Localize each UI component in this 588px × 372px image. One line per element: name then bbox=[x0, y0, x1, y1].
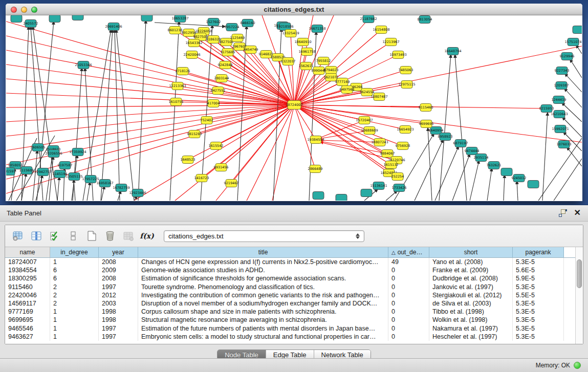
graph-node[interactable] bbox=[528, 181, 539, 188]
graph-node[interactable] bbox=[336, 194, 347, 201]
cell-pagerank[interactable]: 5.9E-5 bbox=[513, 274, 564, 282]
cell-year[interactable]: 2009 bbox=[99, 266, 138, 274]
cell-in_degree[interactable]: 1 bbox=[50, 333, 99, 341]
table-row[interactable]: 946554611997Estimation of the future num… bbox=[5, 324, 575, 333]
cell-name[interactable]: 9463627 bbox=[5, 333, 50, 341]
cell-in_degree[interactable]: 2 bbox=[50, 283, 99, 291]
table-row[interactable]: 969969511998Structural magnetic resonanc… bbox=[5, 316, 575, 324]
cell-year[interactable]: 1997 bbox=[99, 324, 138, 333]
cell-out_de[interactable]: 0 bbox=[388, 266, 429, 274]
cell-out_de[interactable]: 0 bbox=[388, 333, 429, 341]
cell-in_degree[interactable]: 1 bbox=[50, 316, 99, 324]
cell-short[interactable]: Nakamura et al. (1997) bbox=[429, 324, 513, 333]
cell-pagerank[interactable]: 5.3E-5 bbox=[513, 283, 564, 291]
cell-short[interactable]: Jankovic et al. (1997) bbox=[429, 283, 513, 291]
cell-name[interactable]: 9777169 bbox=[5, 308, 50, 316]
cell-title[interactable]: Corpus callosum shape and size in male p… bbox=[138, 308, 388, 316]
graph-node[interactable] bbox=[313, 192, 324, 200]
table-settings-icon[interactable] bbox=[10, 228, 26, 244]
cell-pagerank[interactable]: 5.3E-5 bbox=[513, 316, 564, 324]
network-view[interactable]: 2405572206914061065328715276028466160107… bbox=[6, 15, 582, 201]
cell-short[interactable]: de Silva et al. (2003) bbox=[429, 299, 513, 308]
cell-title[interactable]: Investigating the contribution of common… bbox=[138, 291, 388, 299]
graph-node[interactable] bbox=[72, 15, 83, 20]
cell-pagerank[interactable]: 5.3E-5 bbox=[513, 299, 564, 308]
cell-pagerank[interactable]: 5.6E-5 bbox=[513, 266, 564, 274]
cell-year[interactable]: 1997 bbox=[99, 333, 138, 341]
cell-name[interactable]: 9465546 bbox=[5, 324, 50, 333]
network-graph[interactable]: 2405572206914061065328715276028466160107… bbox=[6, 15, 582, 201]
cell-name[interactable]: 18724007 bbox=[5, 258, 50, 266]
cell-out_de[interactable]: 0 bbox=[388, 283, 429, 291]
column-header-name[interactable]: name bbox=[5, 247, 50, 257]
cell-short[interactable]: Wolkin et al. (1998) bbox=[429, 316, 513, 324]
cell-short[interactable]: Hescheler et al. (1997) bbox=[429, 333, 513, 341]
cell-out_de[interactable]: 0 bbox=[388, 274, 429, 282]
cell-title[interactable]: Disruption of a novel member of a sodium… bbox=[138, 299, 388, 308]
graph-node[interactable] bbox=[573, 26, 582, 34]
cell-title[interactable]: Changes of HCN gene expression and I(f) … bbox=[138, 258, 388, 266]
table-row[interactable]: 977716911998Corpus callosum shape and si… bbox=[5, 308, 575, 316]
column-header-title[interactable]: title bbox=[138, 247, 388, 257]
cell-out_de[interactable]: 49 bbox=[388, 258, 429, 266]
cell-year[interactable]: 1998 bbox=[99, 316, 138, 324]
cell-out_de[interactable]: 0 bbox=[388, 291, 429, 299]
cell-name[interactable]: 9115460 bbox=[5, 283, 50, 291]
rows-icon[interactable] bbox=[66, 228, 81, 244]
new-column-icon[interactable] bbox=[84, 228, 99, 244]
cell-out_de[interactable]: 0 bbox=[388, 324, 429, 333]
table-row[interactable]: 1456911722003Disruption of a novel membe… bbox=[5, 299, 575, 308]
table-row[interactable]: 1938455462009Genome-wide association stu… bbox=[5, 266, 575, 274]
cell-year[interactable]: 1998 bbox=[99, 308, 138, 316]
cell-year[interactable]: 1997 bbox=[99, 283, 138, 291]
cell-title[interactable]: Structural magnetic resonance image aver… bbox=[138, 316, 388, 324]
column-header-short[interactable]: short bbox=[429, 247, 513, 257]
import-table-icon[interactable] bbox=[121, 228, 136, 244]
graph-node[interactable] bbox=[141, 15, 153, 21]
cell-out_de[interactable]: 0 bbox=[388, 316, 429, 324]
cell-year[interactable]: 2008 bbox=[99, 274, 138, 282]
column-header-out_de[interactable]: △out_de… bbox=[388, 247, 429, 257]
delete-icon[interactable] bbox=[102, 228, 118, 244]
cell-in_degree[interactable]: 1 bbox=[50, 324, 99, 333]
cell-out_de[interactable]: 0 bbox=[388, 308, 429, 316]
window-titlebar[interactable]: citations_edges.txt bbox=[6, 4, 582, 15]
cell-short[interactable]: Tibbo et al. (1998) bbox=[429, 308, 513, 316]
cell-in_degree[interactable]: 1 bbox=[50, 308, 99, 316]
column-header-pagerank[interactable]: pagerank bbox=[513, 247, 564, 257]
table-row[interactable]: 2242004622012Investigating the contribut… bbox=[5, 291, 575, 299]
cell-in_degree[interactable]: 1 bbox=[50, 258, 99, 266]
graph-node[interactable] bbox=[361, 189, 372, 197]
scrollbar-thumb[interactable] bbox=[577, 259, 582, 288]
cell-pagerank[interactable]: 5.3E-5 bbox=[513, 324, 564, 333]
cell-out_de[interactable]: 0 bbox=[388, 299, 429, 308]
table-row[interactable]: 1830029562008Estimation of significance … bbox=[5, 274, 575, 282]
cell-short[interactable]: Dudbridge et al. (2008) bbox=[429, 274, 513, 282]
cell-name[interactable]: 14569117 bbox=[5, 299, 50, 308]
cell-in_degree[interactable]: 6 bbox=[50, 274, 99, 282]
cell-year[interactable]: 2003 bbox=[99, 299, 138, 308]
close-panel-icon[interactable]: ✕ bbox=[574, 209, 581, 217]
column-header-in_degree[interactable]: in_degree bbox=[50, 247, 99, 257]
cell-pagerank[interactable]: 5.3E-5 bbox=[513, 308, 564, 316]
select-rows-icon[interactable] bbox=[47, 228, 62, 244]
vertical-scrollbar[interactable] bbox=[575, 247, 583, 344]
cell-year[interactable]: 2008 bbox=[99, 258, 138, 266]
cell-name[interactable]: 22420046 bbox=[5, 291, 50, 299]
cell-in_degree[interactable]: 2 bbox=[50, 299, 99, 308]
cell-pagerank[interactable]: 5.3E-5 bbox=[513, 333, 564, 341]
float-panel-icon[interactable] bbox=[559, 209, 567, 217]
cell-in_degree[interactable]: 6 bbox=[50, 266, 99, 274]
cell-name[interactable]: 18300295 bbox=[5, 274, 50, 282]
cell-pagerank[interactable]: 5.3E-5 bbox=[513, 258, 564, 266]
table-row[interactable]: 1872400712008Changes of HCN gene express… bbox=[5, 258, 575, 266]
graph-node[interactable] bbox=[49, 15, 60, 23]
cell-pagerank[interactable]: 5.5E-5 bbox=[513, 291, 564, 299]
cell-in_degree[interactable]: 2 bbox=[50, 291, 99, 299]
function-builder-icon[interactable]: f(x) bbox=[139, 228, 155, 244]
graph-node[interactable] bbox=[11, 15, 22, 23]
cell-short[interactable]: Yano et al. (2008) bbox=[429, 258, 513, 266]
table-row[interactable]: 911546021997Tourette syndrome. Phenomeno… bbox=[5, 283, 575, 291]
column-header-year[interactable]: year bbox=[99, 247, 138, 257]
graph-node[interactable] bbox=[501, 168, 512, 176]
